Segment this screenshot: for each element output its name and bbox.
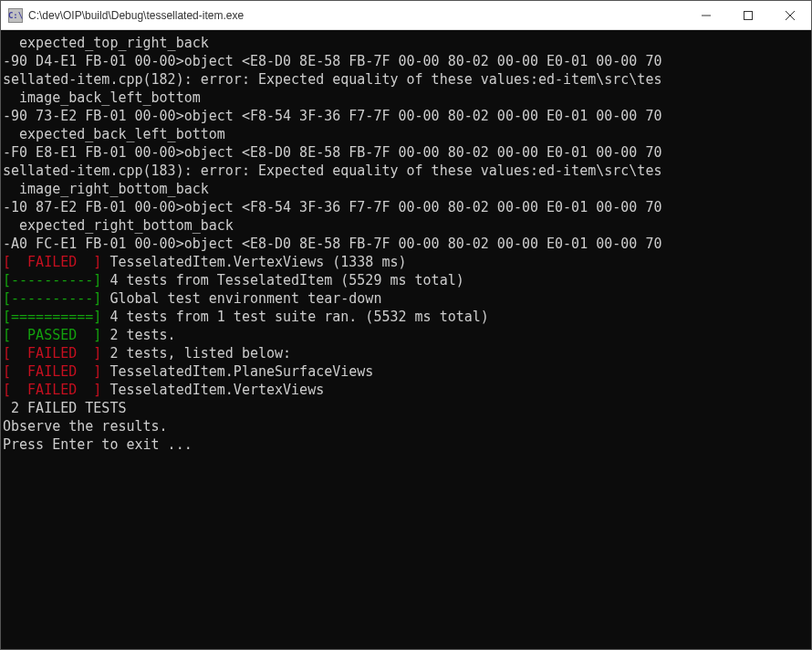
terminal-line: sellated-item.cpp(183): error: Expected … bbox=[3, 162, 809, 180]
terminal-segment: Global test environment tear-down bbox=[101, 290, 381, 307]
terminal-line: [ FAILED ] TesselatedItem.VertexViews (1… bbox=[3, 253, 809, 271]
terminal-line: image_right_bottom_back bbox=[3, 180, 809, 198]
minimize-button[interactable] bbox=[685, 1, 727, 29]
maximize-button[interactable] bbox=[727, 1, 769, 29]
terminal-line: [ FAILED ] TesselatedItem.VertexViews bbox=[3, 381, 809, 399]
terminal-line: [----------] 4 tests from TesselatedItem… bbox=[3, 271, 809, 289]
terminal-segment: sellated-item.cpp(183): error: Expected … bbox=[3, 162, 661, 179]
terminal-segment: [ FAILED ] bbox=[3, 382, 101, 398]
app-icon: C:\ bbox=[8, 8, 23, 23]
terminal-line: [==========] 4 tests from 1 test suite r… bbox=[3, 308, 809, 326]
terminal-segment: 4 tests from TesselatedItem (5529 ms tot… bbox=[101, 272, 463, 288]
terminal-segment: 2 FAILED TESTS bbox=[3, 400, 126, 416]
terminal-segment: 4 tests from 1 test suite ran. (5532 ms … bbox=[101, 309, 488, 325]
terminal-segment: [==========] bbox=[3, 309, 101, 325]
terminal-segment: -F0 E8-E1 FB-01 00-00>object <E8-D0 8E-5… bbox=[3, 144, 661, 161]
terminal-line: Press Enter to exit ... bbox=[3, 435, 809, 454]
terminal-segment: [ PASSED ] bbox=[3, 327, 101, 343]
terminal-segment: Press Enter to exit ... bbox=[3, 436, 193, 453]
titlebar: C:\ C:\dev\OIP\build\Debug\tessellated-i… bbox=[1, 1, 811, 30]
close-button[interactable] bbox=[769, 1, 811, 29]
terminal-segment: [ FAILED ] bbox=[3, 254, 101, 270]
app-window: C:\ C:\dev\OIP\build\Debug\tessellated-i… bbox=[0, 0, 812, 650]
terminal-segment: -10 87-E2 FB-01 00-00>object <F8-54 3F-3… bbox=[3, 199, 661, 215]
terminal-segment: expected_back_left_bottom bbox=[3, 126, 225, 142]
terminal-segment: -A0 FC-E1 FB-01 00-00>object <E8-D0 8E-5… bbox=[3, 236, 661, 252]
terminal-segment: 2 tests. bbox=[101, 327, 175, 343]
terminal-line: [ FAILED ] TesselatedItem.PlaneSurfaceVi… bbox=[3, 362, 809, 381]
terminal-segment: TesselatedItem.VertexViews bbox=[101, 382, 324, 398]
terminal-segment: image_back_left_bottom bbox=[3, 89, 201, 106]
terminal-segment: [ FAILED ] bbox=[3, 345, 101, 362]
terminal-line: expected_top_right_back bbox=[3, 34, 809, 52]
terminal-segment: [----------] bbox=[3, 272, 101, 288]
terminal-line: expected_right_bottom_back bbox=[3, 216, 809, 235]
terminal-segment: -90 D4-E1 FB-01 00-00>object <E8-D0 8E-5… bbox=[3, 53, 661, 69]
terminal-segment: expected_right_bottom_back bbox=[3, 217, 234, 234]
terminal-line: [ PASSED ] 2 tests. bbox=[3, 326, 809, 344]
terminal-line: -A0 FC-E1 FB-01 00-00>object <E8-D0 8E-5… bbox=[3, 235, 809, 253]
terminal-line: expected_back_left_bottom bbox=[3, 125, 809, 143]
terminal-segment: expected_top_right_back bbox=[3, 35, 209, 51]
terminal-segment: Observe the results. bbox=[3, 418, 168, 435]
terminal-line: 2 FAILED TESTS bbox=[3, 399, 809, 417]
window-controls bbox=[685, 1, 811, 29]
close-icon bbox=[786, 11, 795, 20]
svg-rect-1 bbox=[744, 11, 753, 19]
terminal-line: -F0 E8-E1 FB-01 00-00>object <E8-D0 8E-5… bbox=[3, 143, 809, 162]
terminal-output[interactable]: expected_top_right_back-90 D4-E1 FB-01 0… bbox=[1, 30, 811, 649]
terminal-segment: TesselatedItem.VertexViews (1338 ms) bbox=[101, 254, 406, 270]
maximize-icon bbox=[744, 11, 753, 20]
terminal-line: -90 D4-E1 FB-01 00-00>object <E8-D0 8E-5… bbox=[3, 52, 809, 70]
terminal-segment: TesselatedItem.PlaneSurfaceViews bbox=[101, 363, 373, 380]
minimize-icon bbox=[702, 11, 711, 20]
terminal-line: Observe the results. bbox=[3, 417, 809, 435]
terminal-segment: [----------] bbox=[3, 290, 101, 307]
terminal-line: -90 73-E2 FB-01 00-00>object <F8-54 3F-3… bbox=[3, 107, 809, 125]
terminal-segment: -90 73-E2 FB-01 00-00>object <F8-54 3F-3… bbox=[3, 108, 661, 124]
terminal-line: -10 87-E2 FB-01 00-00>object <F8-54 3F-3… bbox=[3, 198, 809, 216]
terminal-line: [ FAILED ] 2 tests, listed below: bbox=[3, 344, 809, 362]
terminal-segment: sellated-item.cpp(182): error: Expected … bbox=[3, 71, 661, 88]
terminal-line: image_back_left_bottom bbox=[3, 89, 809, 107]
terminal-segment: 2 tests, listed below: bbox=[101, 345, 291, 362]
terminal-line: sellated-item.cpp(182): error: Expected … bbox=[3, 70, 809, 89]
terminal-segment: image_right_bottom_back bbox=[3, 181, 209, 197]
window-title: C:\dev\OIP\build\Debug\tessellated-item.… bbox=[28, 9, 685, 22]
terminal-segment: [ FAILED ] bbox=[3, 363, 101, 380]
terminal-line: [----------] Global test environment tea… bbox=[3, 289, 809, 308]
